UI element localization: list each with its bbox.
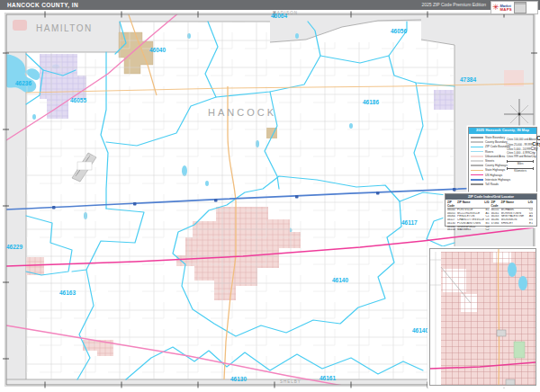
zip-label-46140: 46140 [332,277,348,283]
legend-line-label: Toll Roads [485,183,499,186]
title-bar: HANCOCK COUNTY, IN 2025 ZIP Code Premium… [0,0,540,10]
city-inset-map [429,248,536,386]
logo-badge [514,2,526,13]
zip-label-46163: 46163 [59,290,76,296]
zip-label-46186: 46186 [363,99,379,105]
road-grid [26,22,454,379]
city-size-label: Cities 999 and Below [507,155,531,158]
logo-wordmark: Market MAPS [500,4,512,12]
legend-line-sample [471,179,483,181]
zip-label-46161: 46161 [320,375,336,381]
legend-line-label: US Highways [485,174,502,177]
zip-index-row: 47384 SHIRLEY E1 [491,222,534,226]
city-size-sample: City [531,155,536,158]
zip-index-header: ZIP Code ZIP Name L/G [447,200,490,209]
miles-scale-bar [507,160,534,163]
zip-index-row: 46154 MAXWELL C2 [447,228,490,232]
legend-line-label: State Highways [485,168,505,172]
zip-label-46040: 46040 [149,47,166,53]
legend-title: 2025 Hancock County, IN Map [469,128,536,134]
logo-star-icon: ✳ [492,4,500,12]
page-title: HANCOCK COUNTY, IN [7,0,78,10]
marketmaps-logo: ✳ Market MAPS [490,1,538,14]
legend-line-label: State Boundary [485,136,505,139]
zip-index-right-group: ZIP Code ZIP Name L/G 46155 MOHAWK C2 46… [491,200,536,232]
legend-line-sample [471,137,483,138]
legend-line-label: County Highways [485,164,508,167]
km-scale-label: Kilometers [507,170,534,173]
legend-line-label: Urbanized Area [485,155,505,158]
legend-line-sample [471,156,483,157]
zip-label-46055: 46055 [70,97,86,103]
zip-index-panel: ZIP Code Index/Grid Locator ZIP Code ZIP… [445,193,537,227]
legend-panel: 2025 Hancock County, IN Map State Bounda… [468,127,537,193]
legend-line-sample [471,183,483,185]
county-label-hamilton: HAMILTON [36,23,93,33]
legend-line-sample [471,141,483,143]
legend-line-sample [471,151,483,153]
city-size-label: Cities 25,000 - 99,999 [507,143,532,147]
legend-line-sample [471,147,483,148]
legend-line-sample [471,170,483,172]
zip-label-46229: 46229 [6,244,22,250]
legend-line-label: Rivers [485,150,493,154]
zip-label-47384: 47384 [460,76,476,83]
km-scale-bar [507,167,534,170]
zip-label-46130: 46130 [230,376,247,382]
zip-index-header: ZIP Code ZIP Name L/G [491,200,534,209]
logo-brand-bottom: MAPS [500,8,512,12]
scale-bars: Miles Kilometers [507,160,536,174]
county-label-hancock: HANCOCK [208,107,276,118]
legend-line-sample [471,174,483,176]
zip-label-46117: 46117 [401,219,418,226]
city-size-sample: City [536,135,540,141]
legend-line-sample [471,160,483,162]
county-label-shelby: SHELBY [280,379,302,384]
legend-line-sample [471,165,483,166]
legend-city-sizes: Cities 100,000 and AboveCity Cities 25,0… [507,134,536,187]
zip-label-46056: 46056 [391,28,407,34]
zip-label-46236: 46236 [15,80,32,86]
edition-label: 2025 ZIP Code Premium Edition [421,0,486,10]
legend-line-label: County Boundary [485,140,508,144]
miles-scale-label: Miles [507,163,534,165]
zip-index-left-group: ZIP Code ZIP Name L/G 46040 FORTVILLE B1… [447,200,491,232]
legend-line-items: State Boundary County Boundary ZIP Code … [469,134,507,187]
zip-label-46064: 46064 [271,13,287,19]
map-sheet: HANCOCK COUNTY, IN 2025 ZIP Code Premium… [0,0,540,392]
zip-label-46140-west: 46140 [412,327,428,334]
legend-line-label: Streets [485,159,494,163]
legend-line-row: Toll Roads [471,182,507,186]
